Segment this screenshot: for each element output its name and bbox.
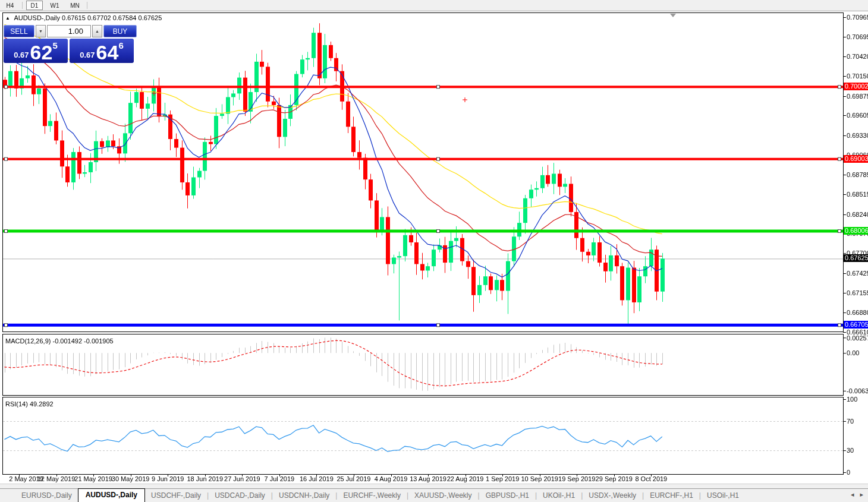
- price-axis-label: 0.68515: [847, 191, 868, 198]
- chart-tab-bar: EURUSD-,DailyAUDUSD-,DailyUSDCHF-,Daily|…: [0, 488, 868, 502]
- rsi-axis-label: 100: [847, 396, 857, 403]
- hline-price-badge: 0.70002: [844, 83, 868, 90]
- price-axis-label: 0.68785: [847, 171, 868, 178]
- sell-price-pip: 5: [52, 40, 57, 50]
- chart-title-symbol: AUDUSD-,Daily: [14, 14, 60, 21]
- timeframe-button-d1[interactable]: D1: [26, 1, 43, 10]
- symbol-collapse-icon[interactable]: ▲: [5, 15, 10, 21]
- price-axis-label: 0.67155: [847, 289, 868, 296]
- hline-price-badge: 0.66705: [844, 321, 868, 329]
- toolbar-separator: [87, 2, 87, 9]
- tab-scroll-left-icon[interactable]: ◂: [851, 491, 854, 498]
- price-axis-label: 0.67425: [847, 270, 868, 277]
- buy-button[interactable]: BUY: [103, 25, 137, 37]
- sell-price-display[interactable]: 0.67 62 5: [4, 39, 68, 63]
- price-axis-label: 0.70150: [847, 72, 868, 80]
- price-axis-label: 0.69605: [847, 112, 868, 119]
- timeframe-toolbar: H4D1W1MN: [0, 0, 868, 11]
- sell-price-big: 62: [30, 43, 53, 62]
- toolbar-separator: [22, 2, 23, 9]
- buy-price-big: 64: [96, 43, 119, 62]
- buy-price-prefix: 0.67: [80, 50, 95, 59]
- rsi-axis-label: 70: [847, 418, 854, 425]
- timeframe-button-h4[interactable]: H4: [2, 1, 18, 10]
- rsi-indicator-label: RSI(14) 49.2892: [5, 400, 54, 408]
- price-chart-canvas[interactable]: [0, 0, 868, 502]
- tab-usdchf-daily[interactable]: USDCHF-,Daily: [145, 490, 207, 502]
- chart-shift-marker-icon[interactable]: [670, 14, 676, 17]
- timeframe-button-w1[interactable]: W1: [46, 1, 63, 10]
- volume-decrease-button[interactable]: ▼: [36, 25, 46, 37]
- current-price-badge: 0.67625: [844, 254, 868, 262]
- price-axis-label: 0.68240: [847, 211, 868, 218]
- one-click-trade-panel: SELL ▼ ▲ BUY 0.67 62 5 0.67 64 6: [4, 25, 137, 63]
- volume-increase-button[interactable]: ▲: [92, 25, 102, 37]
- tab-audusd-daily[interactable]: AUDUSD-,Daily: [78, 488, 145, 502]
- date-axis-label: 8 Oct 2019: [626, 475, 676, 482]
- buy-price-display[interactable]: 0.67 64 6: [70, 39, 134, 63]
- price-axis-label: 0.66880: [847, 309, 868, 316]
- hline-price-badge: 0.69003: [844, 155, 868, 163]
- buy-price-pip: 6: [118, 40, 123, 50]
- tab-scroll-arrows: ◂ ▸: [851, 491, 863, 498]
- macd-axis-label: 0.00: [847, 349, 859, 356]
- tab-usoil-h1[interactable]: USOil-,H1: [701, 490, 745, 502]
- macd-axis-label: 0.002574: [847, 334, 868, 342]
- tab-ukoil-h1[interactable]: UKOil-,H1: [537, 490, 581, 502]
- sell-price-prefix: 0.67: [14, 50, 29, 59]
- sell-button[interactable]: SELL: [4, 25, 34, 37]
- hline-price-badge: 0.68006: [844, 227, 868, 235]
- rsi-axis-label: 0: [847, 469, 850, 476]
- price-axis-label: 0.69875: [847, 93, 868, 100]
- tab-usdcad-daily[interactable]: USDCAD-,Daily: [209, 490, 271, 502]
- price-axis-label: 0.69330: [847, 132, 868, 139]
- tab-xauusd-weekly[interactable]: XAUUSD-,Weekly: [408, 490, 477, 502]
- tab-scroll-right-icon[interactable]: ▸: [860, 491, 863, 498]
- volume-input[interactable]: [47, 25, 91, 37]
- tab-gbpusd-h1[interactable]: GBPUSD-,H1: [480, 490, 535, 502]
- tab-eurchf-weekly[interactable]: EURCHF-,Weekly: [337, 490, 406, 502]
- chart-title-quote: 0.67615 0.67702 0.67584 0.67625: [62, 14, 162, 21]
- timeframe-button-mn[interactable]: MN: [67, 1, 83, 10]
- chart-title: ▲ AUDUSD-,Daily 0.67615 0.67702 0.67584 …: [5, 14, 162, 21]
- tab-eurusd-daily[interactable]: EURUSD-,Daily: [15, 490, 78, 502]
- tab-usdx-weekly[interactable]: USDX-,Weekly: [583, 490, 642, 502]
- rsi-axis-label: 30: [847, 447, 854, 454]
- macd-axis-label: -0.006326: [847, 387, 868, 394]
- tab-usdcnh-daily[interactable]: USDCNH-,Daily: [273, 490, 335, 502]
- price-axis-label: 0.70965: [847, 14, 868, 21]
- tab-eurchf-h1[interactable]: EURCHF-,H1: [644, 490, 699, 502]
- macd-indicator-label: MACD(12,26,9) -0.001492 -0.001905: [5, 337, 114, 345]
- price-axis-label: 0.70695: [847, 33, 868, 40]
- price-axis-label: 0.70420: [847, 53, 868, 60]
